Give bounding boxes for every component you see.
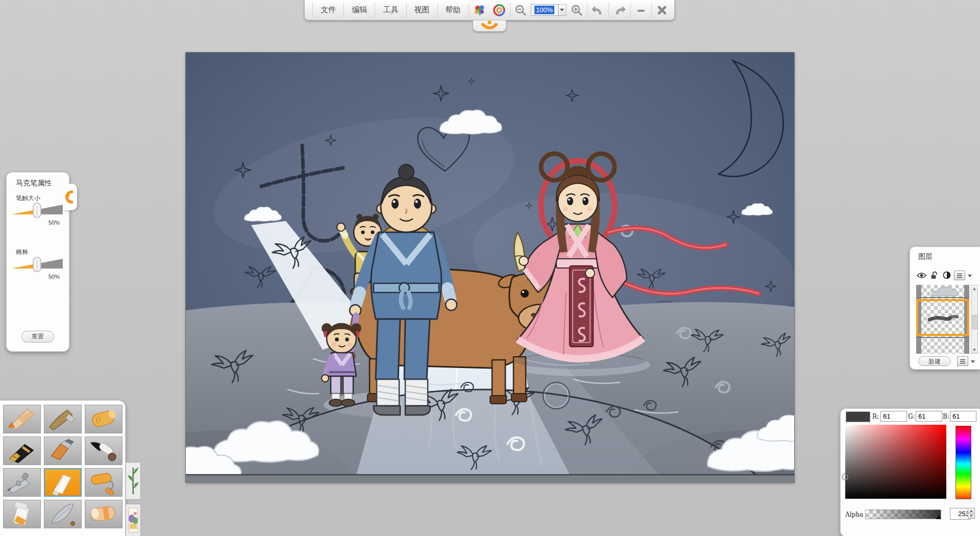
tool-paint-roller[interactable]: [85, 468, 122, 497]
layers-panel-title: 图层: [918, 252, 933, 261]
marker-icon: [45, 469, 81, 496]
dilution-value: 50%: [38, 274, 60, 280]
redo-button[interactable]: [610, 0, 629, 20]
marker-panel-title: 马克笔属性: [16, 179, 52, 188]
plant-texture-button[interactable]: [126, 462, 141, 500]
menu-file[interactable]: 文件: [314, 0, 342, 20]
layer-opacity-button[interactable]: [942, 271, 952, 280]
zoom-level-value: 100%: [534, 6, 554, 14]
tool-pencil[interactable]: [3, 405, 41, 433]
landscape-thumbnail-icon: [128, 507, 138, 533]
red-input[interactable]: [880, 411, 907, 422]
dilution-label: 稀释: [16, 248, 28, 257]
flat-brush-icon: [44, 437, 80, 464]
tool-brush-pen[interactable]: [44, 405, 82, 433]
tool-crayon[interactable]: [85, 405, 122, 433]
hue-slider[interactable]: [955, 426, 971, 499]
undo-icon: [591, 4, 604, 16]
rainbow-tree-icon: [473, 4, 486, 17]
scroll-up-button[interactable]: [971, 285, 977, 292]
new-layer-button[interactable]: 新建: [918, 356, 951, 366]
close-button[interactable]: [653, 0, 671, 20]
pencil-icon: [4, 405, 39, 432]
zoom-level-field[interactable]: 100%: [531, 4, 558, 16]
reset-button[interactable]: 重置: [21, 331, 54, 343]
tool-airbrush[interactable]: [3, 468, 41, 497]
sv-cursor[interactable]: [842, 474, 849, 480]
layer-scrollbar[interactable]: [971, 285, 978, 354]
zoom-out-button[interactable]: [511, 0, 530, 20]
menu-view[interactable]: 视图: [407, 0, 436, 20]
layer-menu-button[interactable]: [954, 271, 965, 280]
brush-size-slider[interactable]: [10, 202, 66, 218]
menu-help[interactable]: 帮助: [439, 0, 468, 20]
color-panel-tab[interactable]: [833, 423, 846, 449]
paint-roller-icon: [85, 469, 121, 495]
airbrush-icon: [4, 469, 39, 495]
alpha-marker[interactable]: [936, 515, 941, 519]
layer-lock-button[interactable]: [929, 271, 939, 280]
zoom-dropdown-button[interactable]: [558, 4, 567, 16]
menu-edit[interactable]: 编辑: [345, 0, 374, 20]
toolbar-drag-tab[interactable]: [473, 20, 506, 32]
saturation-value-picker[interactable]: [845, 425, 946, 499]
layer-visibility-button[interactable]: [916, 271, 926, 280]
close-icon: [657, 5, 667, 15]
tool-palette-tab[interactable]: [122, 404, 141, 464]
tool-eraser[interactable]: [85, 500, 122, 528]
triangle-up-icon: [973, 287, 976, 290]
layer-row-bottom[interactable]: [916, 337, 969, 354]
application-window: 文件 编辑 工具 视图 帮助: [0, 0, 980, 536]
paint-bottle-icon: [4, 500, 39, 527]
triangle-down-icon: [970, 515, 973, 517]
zoom-in-button[interactable]: [568, 0, 586, 20]
layer-bottom-menu-button[interactable]: [957, 356, 968, 366]
current-color-swatch: [846, 411, 870, 422]
tool-fountain-pen[interactable]: [3, 436, 41, 465]
rainbow-tree-logo-icon[interactable]: [470, 0, 489, 20]
chevron-down-icon[interactable]: [971, 360, 975, 363]
eraser-icon: [85, 500, 121, 527]
brush-size-value: 50%: [38, 220, 60, 226]
image-sticker-button[interactable]: [126, 504, 141, 536]
minimize-button[interactable]: [632, 0, 650, 20]
layers-panel-tab[interactable]: [901, 265, 916, 292]
zoom-in-icon: [571, 4, 583, 16]
dilution-slider[interactable]: [10, 256, 66, 273]
blue-input[interactable]: [950, 411, 976, 422]
crayon-icon: [85, 405, 121, 432]
marker-properties-panel: 马克笔属性 笔触大小 50% 稀释 50% 重置: [6, 172, 69, 352]
alpha-spin-down-button[interactable]: [968, 513, 975, 519]
orange-c-logo-icon: [903, 271, 914, 286]
smile-logo-icon: [478, 20, 501, 31]
alpha-label: Alpha: [845, 511, 863, 518]
tool-palette-panel: [0, 400, 126, 536]
triangle-down-icon: [973, 349, 976, 351]
layer-list: [916, 285, 969, 354]
alpha-slider[interactable]: [865, 509, 941, 519]
tool-marker-selected[interactable]: [44, 468, 82, 497]
scroll-down-button[interactable]: [971, 347, 977, 353]
orange-c-logo-icon: [65, 189, 75, 205]
unlocked-padlock-icon: [930, 271, 938, 279]
menu-tools[interactable]: 工具: [376, 0, 405, 20]
bamboo-icon: [128, 466, 138, 496]
orange-c-logo-icon: [835, 429, 844, 443]
tool-paint-bottle[interactable]: [3, 500, 41, 528]
layer-row-top[interactable]: [916, 285, 969, 298]
layer-row-selected[interactable]: [916, 299, 969, 336]
green-label: G:: [908, 413, 915, 420]
chevron-down-icon[interactable]: [968, 275, 972, 277]
scroll-thumb[interactable]: [972, 315, 978, 329]
fountain-pen-icon: [4, 437, 39, 464]
alpha-gradient: [866, 510, 941, 519]
rainbow-swirl-icon: [493, 4, 506, 17]
tool-palette-knife[interactable]: [44, 500, 82, 528]
tool-ink-brush[interactable]: [85, 436, 122, 465]
tool-flat-brush[interactable]: [44, 436, 82, 465]
green-input[interactable]: [916, 411, 942, 422]
layers-panel: 图层: [910, 247, 980, 370]
rainbow-swirl-logo-icon[interactable]: [489, 0, 509, 20]
undo-button[interactable]: [588, 0, 607, 20]
drawing-canvas[interactable]: [186, 53, 794, 482]
